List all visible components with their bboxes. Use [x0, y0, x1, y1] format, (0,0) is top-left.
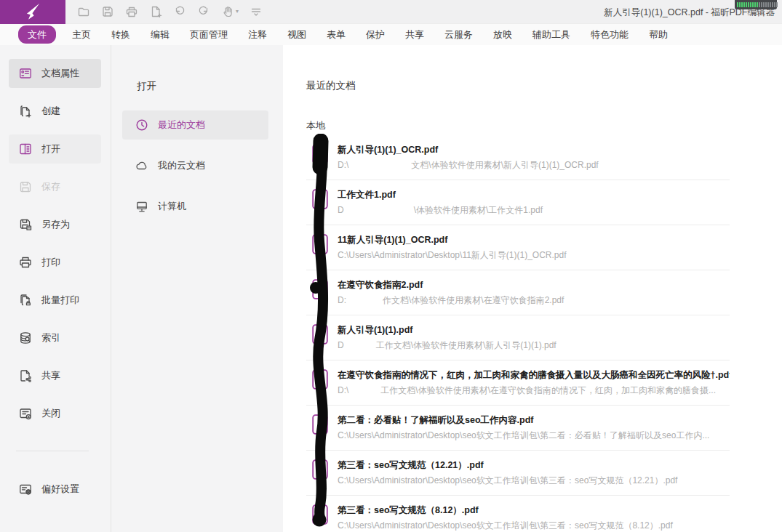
file-row[interactable]: 工作文件1.pdfD\体验软件使用素材\工作文件1.pdf [306, 180, 730, 225]
redo-button[interactable] [197, 5, 210, 18]
meter-bar [757, 2, 758, 7]
file-row[interactable]: 第二看：必看贴！了解福昕以及seo工作内容.pdfC:\Users\Admini… [306, 406, 730, 451]
sidebar-item-label: 保存 [41, 180, 60, 193]
tab-file[interactable]: 文件 [18, 25, 56, 44]
file-row[interactable]: 在遵守饮食指南2.pdfD:作文档\体验软件使用素材\在遵守饮食指南2.pdf [306, 270, 730, 315]
meter-bar [759, 2, 760, 7]
file-name: 第二看：必看贴！了解福昕以及seo工作内容.pdf [338, 414, 730, 426]
save-button[interactable] [101, 5, 114, 18]
file-path: C:\Users\Administrator\Desktop\11新人引导(1)… [338, 250, 730, 260]
file-name: 在遵守饮食指南2.pdf [338, 279, 730, 291]
meter-bar [763, 2, 765, 7]
sidebar-item-preferences[interactable]: 偏好设置 [9, 475, 101, 504]
clock-icon [135, 118, 148, 132]
tab-help[interactable]: 帮助 [639, 25, 678, 44]
file-name: 在遵守饮食指南的情况下，红肉，加工肉和家禽的膳食摄入量以及大肠癌和全因死亡率的风… [338, 369, 730, 381]
open-item-computer[interactable]: 计算机 [122, 192, 268, 221]
cloud-icon [135, 159, 148, 172]
quill-icon [23, 1, 43, 22]
tab-convert[interactable]: 转换 [101, 25, 140, 44]
meter-bar [774, 2, 775, 7]
printer-big-icon [18, 255, 33, 270]
file-path: D:\工作文档\体验软件使用素材\在遵守饮食指南的情况下，红肉，加工肉和家禽的膳… [338, 385, 730, 395]
floppy-big-icon [18, 180, 33, 194]
meter-bar [743, 2, 745, 7]
folder-icon [77, 5, 90, 18]
file-path: D工作文档\体验软件使用素材\新人引导(1)(1).pdf [338, 340, 730, 350]
undo-button[interactable] [173, 5, 186, 18]
file-path-prefix: D:\ [338, 160, 348, 170]
file-row[interactable]: 第三看：seo写文规范（12.21）.pdfC:\Users\Administr… [306, 451, 730, 496]
pdf-doc-icon [312, 324, 328, 344]
tab-share[interactable]: 共享 [395, 25, 434, 44]
sidebar-item-label: 关闭 [41, 407, 60, 420]
meter-bar [739, 2, 741, 7]
redacted-gap [344, 347, 376, 348]
open-icon [18, 142, 33, 156]
sidebar-item-batch-print[interactable]: 批量打印 [9, 286, 101, 315]
sidebar-item-index[interactable]: 索引 [9, 323, 101, 352]
sidebar-item-open[interactable]: 打开 [9, 134, 101, 164]
sidebar-item-label: 打印 [41, 256, 60, 269]
file-row[interactable]: 第三看：seo写文规范（8.12）.pdfC:\Users\Administra… [306, 496, 730, 532]
meter-bar [750, 2, 751, 7]
tab-page-organize[interactable]: 页面管理 [180, 25, 238, 44]
create-icon [18, 104, 33, 118]
new-doc-button[interactable] [149, 5, 162, 18]
tab-home[interactable]: 主页 [62, 25, 101, 44]
tab-protect[interactable]: 保护 [356, 25, 395, 44]
sidebar-item-label: 批量打印 [41, 294, 79, 307]
file-name: 新人引导(1)(1).pdf [338, 324, 730, 336]
open-item-cloud-documents[interactable]: 我的云文档 [122, 151, 268, 180]
sidebar-item-doc-properties[interactable]: 文档属性 [9, 59, 101, 88]
meter-bar [737, 2, 738, 7]
file-path: D:作文档\体验软件使用素材\在遵守饮食指南2.pdf [338, 295, 730, 305]
tab-presentation[interactable]: 放映 [483, 25, 522, 44]
new-doc-icon [149, 5, 162, 18]
sidebar-item-print[interactable]: 打印 [9, 248, 101, 277]
tab-view[interactable]: 视图 [277, 25, 316, 44]
file-row[interactable]: 新人引导(1)(1).pdfD工作文档\体验软件使用素材\新人引导(1)(1).… [306, 315, 730, 360]
meter-bar [772, 2, 773, 7]
pdf-doc-icon [312, 144, 328, 164]
meter-bar [746, 2, 747, 7]
tab-comment[interactable]: 注释 [238, 25, 277, 44]
open-item-label: 最近的文档 [158, 118, 205, 132]
file-row[interactable]: 新人引导(1)(1)_OCR.pdfD:\文档\体验软件使用素材\新人引导(1)… [306, 135, 730, 180]
sidebar-item-share[interactable]: 共享 [9, 361, 101, 390]
file-path-rest: 工作文档\体验软件使用素材\新人引导(1)(1).pdf [376, 340, 556, 350]
sidebar-item-close[interactable]: 关闭 [9, 399, 101, 428]
tab-form[interactable]: 表单 [316, 25, 356, 44]
meter-bar [765, 2, 767, 7]
file-row[interactable]: 在遵守饮食指南的情况下，红肉，加工肉和家禽的膳食摄入量以及大肠癌和全因死亡率的风… [306, 360, 730, 406]
tab-accessibility[interactable]: 辅助工具 [522, 25, 580, 44]
customize-toolbar-button[interactable] [250, 5, 263, 18]
customize-icon [250, 5, 263, 18]
batch-print-icon [18, 293, 33, 307]
index-icon [18, 331, 33, 345]
sidebar-item-create[interactable]: 创建 [9, 97, 101, 126]
hand-tool-button[interactable]: ▾ [221, 5, 239, 18]
meter-bar [767, 2, 769, 7]
pdf-doc-icon [312, 369, 328, 390]
pdf-doc-icon [312, 504, 328, 525]
tab-edit[interactable]: 编辑 [140, 25, 180, 44]
file-row[interactable]: 11新人引导(1)(1)_OCR.pdfC:\Users\Administrat… [306, 225, 730, 270]
print-button[interactable] [125, 5, 138, 18]
tab-cloud-services[interactable]: 云服务 [434, 25, 483, 44]
chevron-down-icon: ▾ [236, 9, 239, 15]
file-name: 11新人引导(1)(1)_OCR.pdf [338, 234, 730, 246]
meter-bar [754, 2, 756, 7]
tab-special-features[interactable]: 特色功能 [580, 25, 639, 44]
file-path: C:\Users\Administrator\Desktop\seo软文工作培训… [338, 520, 730, 531]
sidebar-item-label: 创建 [41, 105, 60, 118]
recent-documents-panel: 最近的文档 本地 新人引导(1)(1)_OCR.pdfD:\文档\体验软件使用素… [283, 45, 782, 532]
open-file-button[interactable] [77, 5, 90, 18]
sidebar-item-label: 索引 [41, 331, 60, 344]
recent-file-list: 新人引导(1)(1)_OCR.pdfD:\文档\体验软件使用素材\新人引导(1)… [306, 135, 730, 532]
open-item-recent-documents[interactable]: 最近的文档 [122, 110, 268, 140]
sidebar-item-save-as[interactable]: 另存为 [9, 210, 101, 239]
file-name: 新人引导(1)(1)_OCR.pdf [338, 144, 730, 156]
redo-icon [197, 5, 210, 18]
pdf-doc-icon [312, 189, 328, 209]
